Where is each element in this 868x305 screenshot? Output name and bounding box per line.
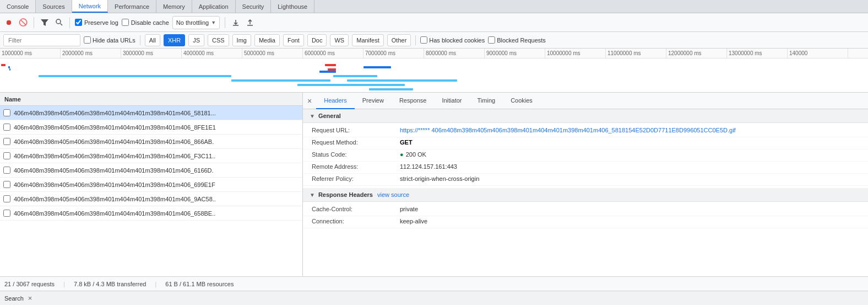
- hide-data-urls-checkbox[interactable]: [84, 36, 91, 44]
- tab-timing[interactable]: Timing: [470, 93, 503, 109]
- has-blocked-cookies-label[interactable]: Has blocked cookies: [420, 36, 485, 44]
- tab-console[interactable]: Console: [0, 0, 36, 13]
- ruler-tick: 7000000 ms: [364, 49, 424, 58]
- hide-data-urls-label[interactable]: Hide data URLs: [84, 36, 135, 44]
- waterfall-bar: [369, 88, 413, 90]
- filter-ws-btn[interactable]: WS: [330, 34, 349, 46]
- disable-cache-label[interactable]: Disable cache: [122, 19, 169, 26]
- throttle-select[interactable]: No throttling ▼: [172, 16, 220, 29]
- request-item[interactable]: 406m408m398m405m406m398m401m404m401m398m…: [0, 149, 302, 163]
- waterfall-bar: [339, 84, 405, 86]
- filter-js-btn[interactable]: JS: [188, 34, 204, 46]
- request-item-name: 406m408m398m405m406m398m401m404m401m398m…: [14, 196, 299, 202]
- request-item-checkbox[interactable]: [3, 210, 10, 217]
- filter-xhr-btn[interactable]: XHR: [164, 34, 185, 46]
- import-button[interactable]: [230, 17, 241, 28]
- request-item-checkbox[interactable]: [3, 195, 10, 202]
- request-item[interactable]: 406m408m398m405m406m398m401m404m401m398m…: [0, 106, 302, 120]
- main-content: Name 406m408m398m405m406m398m401m404m401…: [0, 93, 868, 276]
- tab-performance[interactable]: Performance: [108, 0, 156, 13]
- tab-headers[interactable]: Headers: [316, 93, 355, 109]
- tab-initiator[interactable]: Initiator: [434, 93, 469, 109]
- waterfall-bar: [325, 64, 336, 66]
- preserve-log-checkbox[interactable]: [75, 19, 82, 26]
- view-source-link[interactable]: view source: [377, 191, 409, 198]
- request-item-name: 406m408m398m405m406m398m401m404m401m398m…: [14, 167, 299, 174]
- request-item-checkbox[interactable]: [3, 152, 10, 159]
- ruler-tick: 5000000 ms: [242, 49, 303, 58]
- request-item[interactable]: 406m408m398m405m406m398m401m404m401m398m…: [0, 206, 302, 221]
- tab-response[interactable]: Response: [392, 93, 435, 109]
- tab-memory[interactable]: Memory: [156, 0, 192, 13]
- ruler-tick: 4000000 ms: [182, 49, 242, 58]
- general-section: ▼ General Request URL:https://***** 406m…: [303, 109, 868, 188]
- filter-button[interactable]: [39, 17, 50, 28]
- request-item[interactable]: 406m408m398m405m406m398m401m404m401m398m…: [0, 192, 302, 206]
- status-transferred: 7.8 kB / 4.3 MB transferred: [74, 281, 146, 287]
- filter-img-btn[interactable]: Img: [232, 34, 251, 46]
- detail-key: Request Method:: [312, 139, 400, 146]
- response-headers-title-text: Response Headers: [318, 191, 373, 198]
- tab-preview[interactable]: Preview: [355, 93, 392, 109]
- filter-divider-1: [140, 35, 140, 45]
- detail-close-button[interactable]: ×: [303, 94, 316, 108]
- request-item[interactable]: 406m408m398m405m406m398m401m404m401m398m…: [0, 120, 302, 135]
- tab-security[interactable]: Security: [236, 0, 272, 13]
- devtools-tabs: Console Sources Network Performance Memo…: [0, 0, 868, 13]
- filter-input[interactable]: [3, 34, 80, 46]
- filter-doc-btn[interactable]: Doc: [307, 34, 327, 46]
- detail-content: ▼ General Request URL:https://***** 406m…: [303, 109, 868, 276]
- request-item-checkbox[interactable]: [3, 124, 10, 131]
- general-section-header[interactable]: ▼ General: [303, 109, 868, 123]
- request-list-header: Name: [0, 93, 302, 106]
- preserve-log-label[interactable]: Preserve log: [75, 19, 118, 26]
- throttle-label: No throttling: [176, 19, 209, 26]
- stop-button[interactable]: 🚫: [18, 17, 29, 28]
- response-headers-section-header[interactable]: ▼ Response Headers view source: [303, 188, 868, 202]
- filter-manifest-btn[interactable]: Manifest: [352, 34, 384, 46]
- detail-value: 112.124.157.161:443: [400, 163, 859, 170]
- detail-value: ●200 OK: [400, 151, 859, 158]
- detail-key: Status Code:: [312, 151, 400, 158]
- ruler-tick: 12000000 ms: [666, 49, 727, 58]
- request-item-checkbox[interactable]: [3, 138, 10, 145]
- general-section-body: Request URL:https://***** 406m408m398m40…: [303, 123, 868, 188]
- sep-2: |: [155, 281, 156, 287]
- tab-application[interactable]: Application: [192, 0, 236, 13]
- blocked-requests-checkbox[interactable]: [488, 36, 495, 44]
- search-button[interactable]: [53, 17, 64, 28]
- filter-bar: Hide data URLs All XHR JS CSS Img Media …: [0, 32, 868, 49]
- response-header-row: Cache-Control:private: [303, 204, 868, 216]
- request-item-checkbox[interactable]: [3, 167, 10, 174]
- tab-cookies[interactable]: Cookies: [503, 93, 540, 109]
- record-button[interactable]: ⏺: [3, 17, 14, 28]
- has-blocked-cookies-checkbox[interactable]: [420, 36, 427, 44]
- request-item-checkbox[interactable]: [3, 181, 10, 188]
- filter-font-btn[interactable]: Font: [283, 34, 304, 46]
- filter-css-btn[interactable]: CSS: [208, 34, 229, 46]
- filter-all-btn[interactable]: All: [145, 34, 160, 46]
- tab-sources[interactable]: Sources: [36, 0, 72, 13]
- waterfall-bar: [328, 68, 336, 71]
- filter-other-btn[interactable]: Other: [387, 34, 411, 46]
- svg-marker-0: [41, 19, 48, 26]
- svg-point-1: [56, 19, 61, 24]
- request-item[interactable]: 406m408m398m405m406m398m401m404m401m398m…: [0, 135, 302, 149]
- search-bar-close-button[interactable]: ×: [28, 294, 32, 302]
- request-item-checkbox[interactable]: [3, 109, 10, 116]
- general-triangle-icon: ▼: [310, 113, 315, 119]
- request-items[interactable]: 406m408m398m405m406m398m401m404m401m398m…: [0, 106, 302, 276]
- request-item[interactable]: 406m408m398m405m406m398m401m404m401m398m…: [0, 163, 302, 178]
- request-item-name: 406m408m398m405m406m398m401m404m401m398m…: [14, 124, 299, 131]
- blocked-requests-label[interactable]: Blocked Requests: [488, 36, 546, 44]
- disable-cache-checkbox[interactable]: [122, 19, 129, 26]
- detail-panel: × Headers Preview Response Initiator Tim…: [303, 93, 868, 276]
- filter-media-btn[interactable]: Media: [254, 34, 280, 46]
- request-item[interactable]: 406m408m398m405m406m398m401m404m401m398m…: [0, 178, 302, 192]
- waterfall-bar: [347, 79, 457, 82]
- timeline-ruler: 1000000 ms2000000 ms3000000 ms4000000 ms…: [0, 49, 868, 58]
- export-button[interactable]: [245, 17, 256, 28]
- tab-network[interactable]: Network: [72, 0, 108, 13]
- waterfall-bar: [333, 75, 377, 77]
- tab-lighthouse[interactable]: Lighthouse: [271, 0, 314, 13]
